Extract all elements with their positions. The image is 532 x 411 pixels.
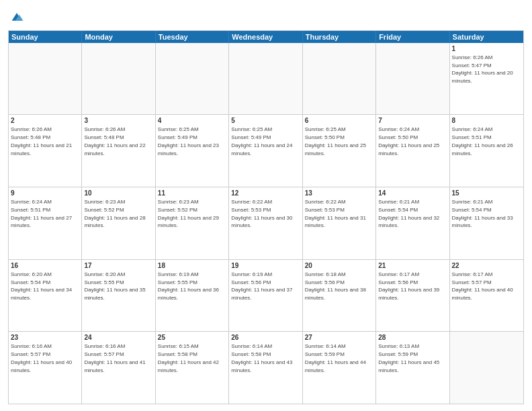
day-info: Sunrise: 6:25 AMSunset: 5:50 PMDaylight:… <box>305 126 366 156</box>
calendar-cell: 15Sunrise: 6:21 AMSunset: 5:54 PMDayligh… <box>450 187 523 259</box>
calendar-cell: 16Sunrise: 6:20 AMSunset: 5:54 PMDayligh… <box>9 260 82 332</box>
calendar-cell: 9Sunrise: 6:24 AMSunset: 5:51 PMDaylight… <box>9 187 82 259</box>
calendar-cell: 8Sunrise: 6:24 AMSunset: 5:51 PMDaylight… <box>450 115 523 187</box>
day-number: 24 <box>84 333 152 342</box>
day-number: 23 <box>11 333 79 342</box>
day-info: Sunrise: 6:26 AMSunset: 5:47 PMDaylight:… <box>452 54 513 84</box>
day-number: 6 <box>305 116 373 125</box>
weekday-header: Saturday <box>450 31 523 43</box>
day-number: 27 <box>305 333 373 342</box>
header <box>8 7 524 28</box>
day-info: Sunrise: 6:16 AMSunset: 5:57 PMDaylight:… <box>84 343 145 373</box>
calendar-cell: 10Sunrise: 6:23 AMSunset: 5:52 PMDayligh… <box>82 187 155 259</box>
day-number: 11 <box>158 189 226 197</box>
day-info: Sunrise: 6:21 AMSunset: 5:54 PMDaylight:… <box>452 199 513 228</box>
weekday-header: Friday <box>376 31 449 43</box>
day-number: 19 <box>231 261 300 270</box>
calendar-cell: 3Sunrise: 6:26 AMSunset: 5:48 PMDaylight… <box>82 115 155 187</box>
day-info: Sunrise: 6:22 AMSunset: 5:53 PMDaylight:… <box>231 199 292 228</box>
day-info: Sunrise: 6:16 AMSunset: 5:57 PMDaylight:… <box>11 343 72 373</box>
day-number: 25 <box>158 333 226 342</box>
weekday-header: Thursday <box>303 31 376 43</box>
day-info: Sunrise: 6:24 AMSunset: 5:51 PMDaylight:… <box>452 126 513 156</box>
calendar-cell: 27Sunrise: 6:14 AMSunset: 5:59 PMDayligh… <box>303 332 376 404</box>
calendar-cell <box>229 43 302 115</box>
calendar-cell: 1Sunrise: 6:26 AMSunset: 5:47 PMDaylight… <box>450 43 523 115</box>
calendar-body: 1Sunrise: 6:26 AMSunset: 5:47 PMDaylight… <box>9 43 523 404</box>
day-info: Sunrise: 6:14 AMSunset: 5:59 PMDaylight:… <box>305 343 366 373</box>
day-info: Sunrise: 6:21 AMSunset: 5:54 PMDaylight:… <box>378 199 439 228</box>
day-info: Sunrise: 6:18 AMSunset: 5:56 PMDaylight:… <box>305 271 366 301</box>
day-info: Sunrise: 6:24 AMSunset: 5:50 PMDaylight:… <box>378 126 439 156</box>
day-number: 14 <box>378 189 447 197</box>
calendar-cell: 26Sunrise: 6:14 AMSunset: 5:58 PMDayligh… <box>229 332 302 404</box>
calendar-header: SundayMondayTuesdayWednesdayThursdayFrid… <box>9 31 523 43</box>
day-number: 16 <box>11 261 79 270</box>
calendar-row: 1Sunrise: 6:26 AMSunset: 5:47 PMDaylight… <box>9 43 523 116</box>
day-number: 9 <box>11 189 79 197</box>
day-number: 10 <box>84 189 152 197</box>
day-number: 2 <box>11 116 79 125</box>
calendar-cell: 4Sunrise: 6:25 AMSunset: 5:49 PMDaylight… <box>156 115 229 187</box>
day-info: Sunrise: 6:26 AMSunset: 5:48 PMDaylight:… <box>11 126 72 156</box>
calendar-cell: 18Sunrise: 6:19 AMSunset: 5:55 PMDayligh… <box>156 260 229 332</box>
day-number: 8 <box>452 116 521 125</box>
day-info: Sunrise: 6:26 AMSunset: 5:48 PMDaylight:… <box>84 126 145 156</box>
day-info: Sunrise: 6:20 AMSunset: 5:54 PMDaylight:… <box>11 271 72 301</box>
day-number: 3 <box>84 116 152 125</box>
day-number: 18 <box>158 261 226 270</box>
calendar-cell: 11Sunrise: 6:23 AMSunset: 5:52 PMDayligh… <box>156 187 229 259</box>
calendar-cell: 12Sunrise: 6:22 AMSunset: 5:53 PMDayligh… <box>229 187 302 259</box>
weekday-header: Sunday <box>9 31 82 43</box>
calendar-cell: 17Sunrise: 6:20 AMSunset: 5:55 PMDayligh… <box>82 260 155 332</box>
day-info: Sunrise: 6:25 AMSunset: 5:49 PMDaylight:… <box>231 126 292 156</box>
day-info: Sunrise: 6:20 AMSunset: 5:55 PMDaylight:… <box>84 271 145 301</box>
calendar-cell: 5Sunrise: 6:25 AMSunset: 5:49 PMDaylight… <box>229 115 302 187</box>
logo-text <box>8 9 24 28</box>
day-number: 21 <box>378 261 447 270</box>
weekday-header: Wednesday <box>229 31 302 43</box>
day-info: Sunrise: 6:24 AMSunset: 5:51 PMDaylight:… <box>11 199 72 228</box>
calendar-cell: 24Sunrise: 6:16 AMSunset: 5:57 PMDayligh… <box>82 332 155 404</box>
calendar-cell: 7Sunrise: 6:24 AMSunset: 5:50 PMDaylight… <box>376 115 449 187</box>
calendar-cell: 2Sunrise: 6:26 AMSunset: 5:48 PMDaylight… <box>9 115 82 187</box>
calendar-cell <box>156 43 229 115</box>
day-info: Sunrise: 6:13 AMSunset: 5:59 PMDaylight:… <box>378 343 439 373</box>
calendar-row: 23Sunrise: 6:16 AMSunset: 5:57 PMDayligh… <box>9 332 523 404</box>
calendar-cell: 25Sunrise: 6:15 AMSunset: 5:58 PMDayligh… <box>156 332 229 404</box>
day-number: 12 <box>231 189 300 197</box>
day-info: Sunrise: 6:19 AMSunset: 5:55 PMDaylight:… <box>158 271 219 301</box>
calendar-cell <box>9 43 82 115</box>
weekday-header: Tuesday <box>156 31 229 43</box>
calendar-cell: 28Sunrise: 6:13 AMSunset: 5:59 PMDayligh… <box>376 332 449 404</box>
calendar-cell <box>82 43 155 115</box>
day-number: 28 <box>378 333 447 342</box>
day-number: 26 <box>231 333 300 342</box>
logo-icon <box>9 9 24 24</box>
day-number: 1 <box>452 44 521 53</box>
day-number: 22 <box>452 261 521 270</box>
day-number: 17 <box>84 261 152 270</box>
calendar-row: 2Sunrise: 6:26 AMSunset: 5:48 PMDaylight… <box>9 115 523 187</box>
logo <box>8 9 24 28</box>
calendar-cell <box>376 43 449 115</box>
calendar-row: 9Sunrise: 6:24 AMSunset: 5:51 PMDaylight… <box>9 187 523 260</box>
weekday-header: Monday <box>82 31 155 43</box>
day-number: 5 <box>231 116 300 125</box>
calendar-cell: 21Sunrise: 6:17 AMSunset: 5:56 PMDayligh… <box>376 260 449 332</box>
page: SundayMondayTuesdayWednesdayThursdayFrid… <box>0 0 532 411</box>
day-number: 7 <box>378 116 447 125</box>
day-info: Sunrise: 6:25 AMSunset: 5:49 PMDaylight:… <box>158 126 219 156</box>
day-number: 13 <box>305 189 373 197</box>
calendar-cell <box>450 332 523 404</box>
calendar-cell: 23Sunrise: 6:16 AMSunset: 5:57 PMDayligh… <box>9 332 82 404</box>
day-info: Sunrise: 6:19 AMSunset: 5:56 PMDaylight:… <box>231 271 292 301</box>
calendar-cell: 13Sunrise: 6:22 AMSunset: 5:53 PMDayligh… <box>303 187 376 259</box>
day-info: Sunrise: 6:15 AMSunset: 5:58 PMDaylight:… <box>158 343 219 373</box>
day-info: Sunrise: 6:17 AMSunset: 5:57 PMDaylight:… <box>452 271 513 301</box>
calendar-cell: 6Sunrise: 6:25 AMSunset: 5:50 PMDaylight… <box>303 115 376 187</box>
calendar-cell: 19Sunrise: 6:19 AMSunset: 5:56 PMDayligh… <box>229 260 302 332</box>
day-number: 15 <box>452 189 521 197</box>
day-info: Sunrise: 6:23 AMSunset: 5:52 PMDaylight:… <box>158 199 219 228</box>
calendar-cell: 22Sunrise: 6:17 AMSunset: 5:57 PMDayligh… <box>450 260 523 332</box>
